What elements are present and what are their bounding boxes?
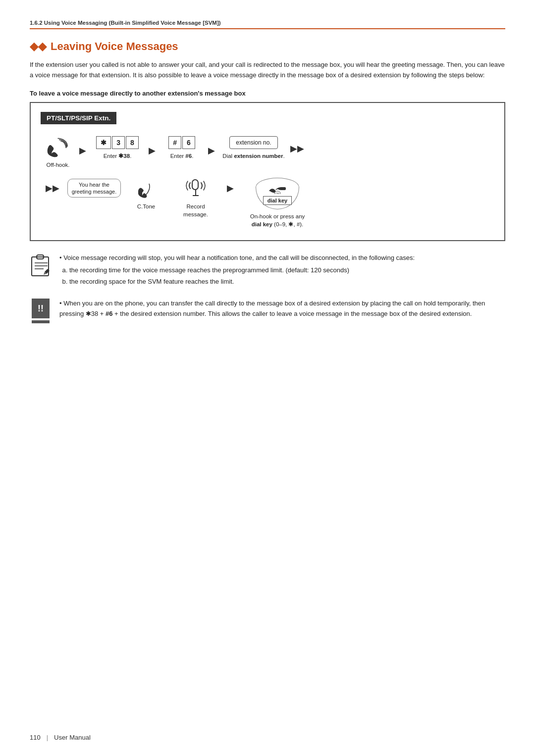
- title-diamonds: ◆◆: [30, 40, 47, 53]
- instruction-label: To leave a voice message directly to ano…: [30, 90, 505, 97]
- arrow-4: ▶: [223, 177, 238, 194]
- extno-label: Dial extension number.: [222, 152, 284, 160]
- step-record: Recordmessage.: [168, 177, 223, 218]
- note-block-1: • Voice message recording will stop, you…: [30, 253, 505, 289]
- step-offhook: Off-hook.: [41, 136, 75, 169]
- diagram-row-1: Off-hook. ▶ ✱ 3 8 Enter ✱38. ▶ # 6 Enter…: [41, 136, 494, 169]
- section-header-text: 1.6.2 Using Voice Messaging (Built-in Si…: [30, 20, 221, 26]
- phone-icon: [47, 136, 69, 158]
- exclaim-box: !!: [32, 299, 50, 318]
- dialkey-box: OR dial key: [256, 178, 299, 209]
- greeting-pill: You hear thegreeting message.: [67, 179, 121, 198]
- svg-text:OR: OR: [275, 192, 279, 194]
- key-6: 6: [182, 136, 195, 149]
- arrow-1: ▶: [75, 136, 90, 156]
- step-greeting: You hear thegreeting message.: [64, 177, 124, 198]
- ctone-icon: [138, 178, 154, 200]
- note-1-text: • Voice message recording will stop, you…: [59, 253, 505, 289]
- offhook-label: Off-hook.: [46, 161, 69, 169]
- receiver-icon: OR: [268, 183, 287, 194]
- page-title-block: ◆◆ Leaving Voice Messages: [30, 40, 505, 53]
- key-8: 8: [126, 136, 139, 149]
- page-number: 110: [30, 734, 41, 741]
- intro-paragraph: If the extension user you called is not …: [30, 60, 505, 81]
- step-ctone: C.Tone: [124, 177, 168, 210]
- footer-title: User Manual: [54, 734, 91, 741]
- diagram-row-2: ▶▶ You hear thegreeting message. C.Tone: [41, 177, 494, 228]
- section-header: 1.6.2 Using Voice Messaging (Built-in Si…: [30, 20, 505, 29]
- note-block-2: !! • When you are on the phone, you can …: [30, 299, 505, 323]
- star38-keys: ✱ 3 8: [96, 136, 139, 149]
- arrow-3: ▶: [204, 136, 219, 156]
- page-title-text: Leaving Voice Messages: [51, 40, 178, 53]
- arrow-2: ▶: [145, 136, 160, 156]
- hash-key: #: [168, 136, 181, 149]
- step-dialkey: OR dial key On-hook or press anydial key…: [238, 177, 317, 228]
- svg-rect-0: [192, 180, 198, 190]
- footer-divider: |: [47, 734, 48, 741]
- note-2-text: • When you are on the phone, you can tra…: [59, 299, 505, 321]
- step-star38: ✱ 3 8 Enter ✱38.: [90, 136, 145, 160]
- hash6-keys: # 6: [168, 136, 195, 149]
- double-arrow-1: ▶▶: [288, 136, 306, 154]
- step-extno: extension no. Dial extension number.: [219, 136, 288, 160]
- step-hash6: # 6 Enter #6.: [160, 136, 204, 160]
- record-label: Recordmessage.: [183, 202, 208, 218]
- diagram-box: PT/SLT/PS/SIP Extn. Off-hook. ▶ ✱ 3 8 E: [30, 102, 505, 241]
- star-key: ✱: [96, 136, 111, 149]
- star38-label: Enter ✱38.: [104, 152, 132, 160]
- ctone-label: C.Tone: [137, 202, 155, 210]
- record-icon: [182, 178, 210, 200]
- dialkey-step-label: On-hook or press anydial key (0–9, ✱, #)…: [250, 212, 305, 228]
- diagram-header: PT/SLT/PS/SIP Extn.: [41, 112, 116, 124]
- exclaim-icon: !!: [30, 299, 52, 323]
- double-arrow-2: ▶▶: [41, 177, 64, 194]
- note-icon: [30, 253, 52, 277]
- footer: 110 | User Manual: [30, 734, 91, 741]
- hash6-label: Enter #6.: [170, 152, 194, 160]
- dialkey-label: dial key: [263, 196, 292, 205]
- key-3: 3: [112, 136, 125, 149]
- extno-box: extension no.: [229, 136, 277, 149]
